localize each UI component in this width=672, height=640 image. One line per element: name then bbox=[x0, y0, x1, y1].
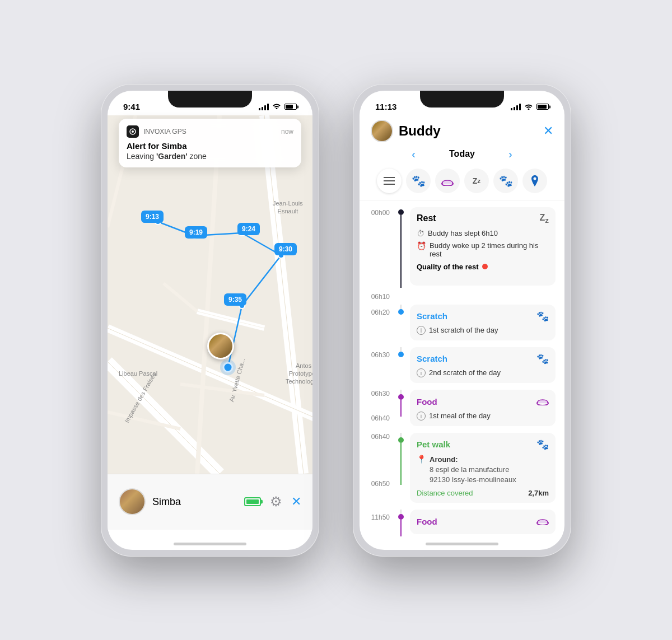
current-date: Today bbox=[449, 149, 475, 159]
svg-point-1 bbox=[132, 130, 134, 133]
diary-header: Buddy ✕ ‹ Today › 🐾 Zz bbox=[360, 115, 564, 200]
time-06h30b: 06h30 bbox=[368, 390, 390, 398]
map-view[interactable]: Jean-LouisEsnault Libeau Pascal AntosPro… bbox=[108, 115, 312, 474]
time-06h40a: 06h40 bbox=[368, 414, 390, 422]
info-icon-1: i bbox=[417, 326, 426, 335]
food2-title: Food bbox=[417, 517, 437, 526]
phone-1: 9:41 bbox=[101, 84, 319, 557]
status-icons-1 bbox=[259, 102, 297, 111]
home-indicator-1 bbox=[174, 543, 246, 545]
notif-app: INVOXIA GPS bbox=[127, 125, 186, 138]
info-icon-3: i bbox=[417, 412, 426, 421]
timeline-food2: 11h50 Food bbox=[360, 507, 564, 539]
scratch1-title: Scratch bbox=[417, 311, 447, 321]
info-icon-2: i bbox=[417, 368, 426, 377]
waypoint-919: 9:19 bbox=[185, 226, 207, 239]
filter-sleep[interactable]: Zz bbox=[464, 169, 489, 193]
food2-content: Food bbox=[410, 510, 556, 534]
battery-icon-1 bbox=[284, 104, 297, 110]
battery-icon-2 bbox=[536, 104, 549, 110]
notif-body: Leaving 'Garden' zone bbox=[127, 152, 293, 161]
wifi-icon-1 bbox=[272, 102, 281, 111]
food1-text: 1st meal of the day bbox=[429, 412, 491, 420]
rest-title: Rest bbox=[417, 213, 436, 223]
map-roads-svg bbox=[108, 115, 312, 474]
time-06h10: 06h10 bbox=[371, 293, 390, 301]
scratch2-title: Scratch bbox=[417, 354, 447, 363]
settings-icon[interactable]: ⚙ bbox=[270, 494, 282, 510]
alarm-icon: ⏰ bbox=[417, 241, 426, 250]
food1-dot bbox=[398, 394, 404, 400]
rest-dot bbox=[398, 209, 404, 215]
time-06h30a: 06h30 bbox=[371, 351, 390, 359]
walk-address: 8 espl de la manufacture92130 Issy-les-m… bbox=[430, 465, 516, 484]
timeline-food1: 06h30 06h40 Food bbox=[360, 387, 564, 431]
diary-title: Buddy bbox=[371, 120, 441, 142]
battery-green-icon bbox=[244, 497, 261, 506]
timeline-walk: 06h40 06h50 Pet walk 🐾 bbox=[360, 431, 564, 507]
diary-pet-name: Buddy bbox=[399, 123, 441, 139]
sleep-icon: Zz bbox=[540, 213, 549, 225]
filter-paw[interactable]: 🐾 bbox=[406, 169, 431, 193]
walk-content: Pet walk 🐾 📍 Around: 8 espl de la manufa… bbox=[410, 433, 556, 503]
pet-avatar-simba bbox=[119, 488, 146, 515]
rest-sleep-text: Buddy has slept 6h10 bbox=[428, 229, 498, 237]
wifi-icon-2 bbox=[524, 102, 533, 112]
svg-point-22 bbox=[220, 359, 236, 375]
walk-dot bbox=[398, 437, 404, 443]
bowl-icon-1 bbox=[536, 395, 549, 408]
home-indicator-2 bbox=[426, 543, 498, 545]
paw-icon-2: 🐾 bbox=[536, 353, 549, 365]
bottom-icons: ⚙ ✕ bbox=[244, 494, 301, 510]
notch-2 bbox=[420, 91, 504, 108]
paw-icon-1: 🐾 bbox=[536, 310, 549, 323]
prev-day-button[interactable]: ‹ bbox=[412, 148, 416, 161]
signal-icon-1 bbox=[259, 104, 269, 110]
diary-filters: 🐾 Zz 🐾 bbox=[371, 169, 553, 193]
time-00h00: 00h00 bbox=[371, 209, 390, 217]
phone-2-inner: 11:13 bbox=[360, 91, 564, 550]
rest-wake-text: Buddy woke up 2 times during his rest bbox=[430, 241, 549, 258]
filter-paw2[interactable]: 🐾 bbox=[493, 169, 518, 193]
notif-body-bold: 'Garden' bbox=[156, 152, 188, 161]
notif-header: INVOXIA GPS now bbox=[127, 125, 293, 138]
quality-label: Quality of the rest bbox=[417, 263, 479, 271]
rest-content: Rest Zz ⏱ Buddy has slept 6h10 ⏰ Buddy w… bbox=[410, 207, 556, 286]
distance-label: Distance covered bbox=[417, 489, 473, 497]
scratch2-text: 2nd scratch of the day bbox=[429, 368, 501, 377]
paw-icon-3: 🐾 bbox=[536, 438, 549, 451]
waypoint-924: 9:24 bbox=[237, 223, 260, 235]
scratch1-dot bbox=[398, 309, 404, 315]
time-06h20: 06h20 bbox=[371, 309, 390, 316]
phone-bottom-bar: Simba ⚙ ✕ bbox=[108, 474, 312, 530]
time-1: 9:41 bbox=[123, 102, 140, 111]
close-icon-bottom[interactable]: ✕ bbox=[291, 494, 301, 509]
timeline-scratch2: 06h30 Scratch 🐾 i 2nd scratch of t bbox=[360, 345, 564, 387]
food1-line bbox=[400, 400, 402, 417]
filter-bowl[interactable] bbox=[435, 169, 460, 193]
filter-location[interactable] bbox=[522, 169, 547, 193]
time-2: 11:13 bbox=[375, 102, 396, 111]
next-day-button[interactable]: › bbox=[508, 148, 512, 161]
food2-dot bbox=[398, 514, 404, 520]
scratch2-dot bbox=[398, 352, 404, 357]
bowl-icon-2 bbox=[536, 515, 549, 528]
food1-content: Food i 1st meal of the day bbox=[410, 390, 556, 426]
phones-container: 9:41 bbox=[78, 62, 594, 579]
distance-value: 2,7km bbox=[528, 489, 549, 497]
waypoint-913: 9:13 bbox=[141, 211, 164, 223]
signal-icon-2 bbox=[511, 104, 521, 110]
rest-line bbox=[400, 215, 402, 288]
time-06h40b: 06h40 bbox=[368, 433, 390, 441]
filter-list[interactable] bbox=[377, 169, 402, 193]
food2-line bbox=[400, 520, 402, 536]
notif-body-prefix: Leaving bbox=[127, 152, 156, 161]
close-button[interactable]: ✕ bbox=[543, 124, 553, 138]
map-label-jean-louis: Jean-LouisEsnault bbox=[273, 199, 303, 216]
diary-nav: ‹ Today › bbox=[371, 148, 553, 161]
clock-icon-1: ⏱ bbox=[417, 229, 424, 238]
time-06h10-row: 06h10 bbox=[360, 290, 564, 302]
time-11h50: 11h50 bbox=[371, 513, 390, 521]
scratch1-text: 1st scratch of the day bbox=[429, 326, 498, 334]
waypoint-935: 9:35 bbox=[224, 293, 246, 306]
